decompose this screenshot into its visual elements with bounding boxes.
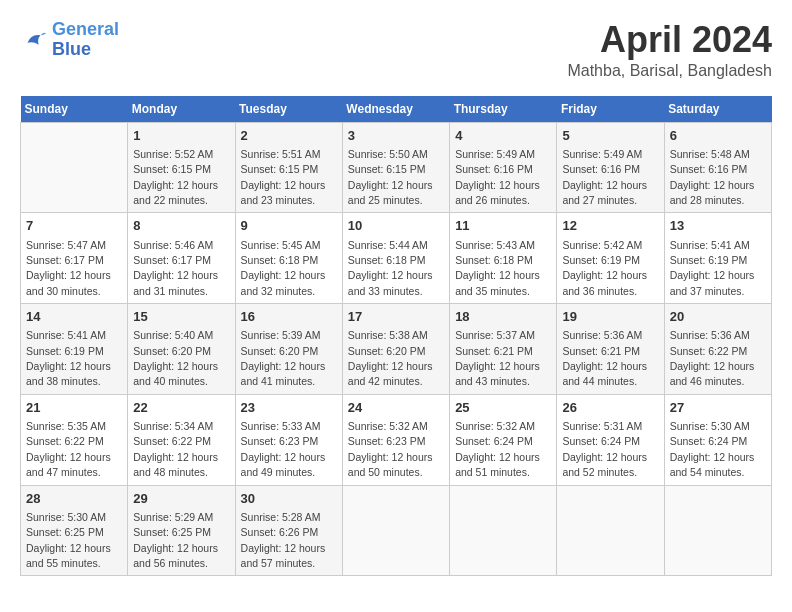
day-cell: 15Sunrise: 5:40 AM Sunset: 6:20 PM Dayli… [128, 304, 235, 395]
day-number: 15 [133, 308, 229, 326]
day-number: 30 [241, 490, 337, 508]
day-number: 3 [348, 127, 444, 145]
day-cell: 14Sunrise: 5:41 AM Sunset: 6:19 PM Dayli… [21, 304, 128, 395]
day-number: 8 [133, 217, 229, 235]
day-info: Sunrise: 5:46 AM Sunset: 6:17 PM Dayligh… [133, 239, 218, 297]
day-info: Sunrise: 5:36 AM Sunset: 6:21 PM Dayligh… [562, 329, 647, 387]
week-row-3: 14Sunrise: 5:41 AM Sunset: 6:19 PM Dayli… [21, 304, 772, 395]
day-cell: 4Sunrise: 5:49 AM Sunset: 6:16 PM Daylig… [450, 122, 557, 213]
day-cell: 30Sunrise: 5:28 AM Sunset: 6:26 PM Dayli… [235, 485, 342, 576]
day-number: 28 [26, 490, 122, 508]
calendar-table: SundayMondayTuesdayWednesdayThursdayFrid… [20, 96, 772, 577]
day-number: 14 [26, 308, 122, 326]
logo-line2: Blue [52, 40, 119, 60]
day-info: Sunrise: 5:51 AM Sunset: 6:15 PM Dayligh… [241, 148, 326, 206]
day-cell: 11Sunrise: 5:43 AM Sunset: 6:18 PM Dayli… [450, 213, 557, 304]
day-info: Sunrise: 5:52 AM Sunset: 6:15 PM Dayligh… [133, 148, 218, 206]
day-cell: 1Sunrise: 5:52 AM Sunset: 6:15 PM Daylig… [128, 122, 235, 213]
day-cell: 9Sunrise: 5:45 AM Sunset: 6:18 PM Daylig… [235, 213, 342, 304]
month-title: April 2024 [567, 20, 772, 60]
day-cell [342, 485, 449, 576]
day-cell: 28Sunrise: 5:30 AM Sunset: 6:25 PM Dayli… [21, 485, 128, 576]
day-info: Sunrise: 5:42 AM Sunset: 6:19 PM Dayligh… [562, 239, 647, 297]
title-section: April 2024 Mathba, Barisal, Bangladesh [567, 20, 772, 80]
day-info: Sunrise: 5:40 AM Sunset: 6:20 PM Dayligh… [133, 329, 218, 387]
day-number: 23 [241, 399, 337, 417]
day-cell: 5Sunrise: 5:49 AM Sunset: 6:16 PM Daylig… [557, 122, 664, 213]
day-number: 22 [133, 399, 229, 417]
day-cell [557, 485, 664, 576]
day-info: Sunrise: 5:33 AM Sunset: 6:23 PM Dayligh… [241, 420, 326, 478]
day-number: 29 [133, 490, 229, 508]
day-number: 20 [670, 308, 766, 326]
day-cell: 22Sunrise: 5:34 AM Sunset: 6:22 PM Dayli… [128, 394, 235, 485]
logo: General Blue [20, 20, 119, 60]
day-info: Sunrise: 5:31 AM Sunset: 6:24 PM Dayligh… [562, 420, 647, 478]
day-cell: 13Sunrise: 5:41 AM Sunset: 6:19 PM Dayli… [664, 213, 771, 304]
day-number: 10 [348, 217, 444, 235]
day-info: Sunrise: 5:30 AM Sunset: 6:24 PM Dayligh… [670, 420, 755, 478]
day-number: 24 [348, 399, 444, 417]
day-info: Sunrise: 5:37 AM Sunset: 6:21 PM Dayligh… [455, 329, 540, 387]
day-cell: 17Sunrise: 5:38 AM Sunset: 6:20 PM Dayli… [342, 304, 449, 395]
day-cell: 27Sunrise: 5:30 AM Sunset: 6:24 PM Dayli… [664, 394, 771, 485]
day-number: 12 [562, 217, 658, 235]
week-row-1: 1Sunrise: 5:52 AM Sunset: 6:15 PM Daylig… [21, 122, 772, 213]
day-info: Sunrise: 5:48 AM Sunset: 6:16 PM Dayligh… [670, 148, 755, 206]
day-info: Sunrise: 5:35 AM Sunset: 6:22 PM Dayligh… [26, 420, 111, 478]
day-cell: 24Sunrise: 5:32 AM Sunset: 6:23 PM Dayli… [342, 394, 449, 485]
day-cell: 21Sunrise: 5:35 AM Sunset: 6:22 PM Dayli… [21, 394, 128, 485]
day-cell: 7Sunrise: 5:47 AM Sunset: 6:17 PM Daylig… [21, 213, 128, 304]
day-cell: 20Sunrise: 5:36 AM Sunset: 6:22 PM Dayli… [664, 304, 771, 395]
day-number: 27 [670, 399, 766, 417]
day-info: Sunrise: 5:41 AM Sunset: 6:19 PM Dayligh… [26, 329, 111, 387]
day-info: Sunrise: 5:28 AM Sunset: 6:26 PM Dayligh… [241, 511, 326, 569]
day-cell [21, 122, 128, 213]
logo-line1: General [52, 20, 119, 40]
day-cell: 8Sunrise: 5:46 AM Sunset: 6:17 PM Daylig… [128, 213, 235, 304]
day-info: Sunrise: 5:44 AM Sunset: 6:18 PM Dayligh… [348, 239, 433, 297]
day-info: Sunrise: 5:43 AM Sunset: 6:18 PM Dayligh… [455, 239, 540, 297]
day-cell: 19Sunrise: 5:36 AM Sunset: 6:21 PM Dayli… [557, 304, 664, 395]
week-row-5: 28Sunrise: 5:30 AM Sunset: 6:25 PM Dayli… [21, 485, 772, 576]
day-info: Sunrise: 5:36 AM Sunset: 6:22 PM Dayligh… [670, 329, 755, 387]
day-number: 5 [562, 127, 658, 145]
day-number: 13 [670, 217, 766, 235]
logo-icon [20, 26, 48, 54]
day-info: Sunrise: 5:32 AM Sunset: 6:24 PM Dayligh… [455, 420, 540, 478]
day-number: 7 [26, 217, 122, 235]
day-number: 2 [241, 127, 337, 145]
day-info: Sunrise: 5:45 AM Sunset: 6:18 PM Dayligh… [241, 239, 326, 297]
header-cell-monday: Monday [128, 96, 235, 123]
location-title: Mathba, Barisal, Bangladesh [567, 62, 772, 80]
day-cell: 25Sunrise: 5:32 AM Sunset: 6:24 PM Dayli… [450, 394, 557, 485]
day-number: 16 [241, 308, 337, 326]
header-row: SundayMondayTuesdayWednesdayThursdayFrid… [21, 96, 772, 123]
day-number: 1 [133, 127, 229, 145]
week-row-4: 21Sunrise: 5:35 AM Sunset: 6:22 PM Dayli… [21, 394, 772, 485]
day-info: Sunrise: 5:30 AM Sunset: 6:25 PM Dayligh… [26, 511, 111, 569]
day-cell: 3Sunrise: 5:50 AM Sunset: 6:15 PM Daylig… [342, 122, 449, 213]
day-number: 11 [455, 217, 551, 235]
day-info: Sunrise: 5:49 AM Sunset: 6:16 PM Dayligh… [455, 148, 540, 206]
day-cell: 23Sunrise: 5:33 AM Sunset: 6:23 PM Dayli… [235, 394, 342, 485]
day-info: Sunrise: 5:39 AM Sunset: 6:20 PM Dayligh… [241, 329, 326, 387]
day-number: 26 [562, 399, 658, 417]
day-number: 17 [348, 308, 444, 326]
day-info: Sunrise: 5:50 AM Sunset: 6:15 PM Dayligh… [348, 148, 433, 206]
day-cell: 16Sunrise: 5:39 AM Sunset: 6:20 PM Dayli… [235, 304, 342, 395]
day-number: 6 [670, 127, 766, 145]
header-cell-saturday: Saturday [664, 96, 771, 123]
day-number: 4 [455, 127, 551, 145]
day-number: 21 [26, 399, 122, 417]
day-cell: 2Sunrise: 5:51 AM Sunset: 6:15 PM Daylig… [235, 122, 342, 213]
day-number: 9 [241, 217, 337, 235]
day-info: Sunrise: 5:47 AM Sunset: 6:17 PM Dayligh… [26, 239, 111, 297]
header-cell-thursday: Thursday [450, 96, 557, 123]
day-cell: 6Sunrise: 5:48 AM Sunset: 6:16 PM Daylig… [664, 122, 771, 213]
day-info: Sunrise: 5:32 AM Sunset: 6:23 PM Dayligh… [348, 420, 433, 478]
header-cell-friday: Friday [557, 96, 664, 123]
day-info: Sunrise: 5:38 AM Sunset: 6:20 PM Dayligh… [348, 329, 433, 387]
header-cell-sunday: Sunday [21, 96, 128, 123]
day-number: 18 [455, 308, 551, 326]
